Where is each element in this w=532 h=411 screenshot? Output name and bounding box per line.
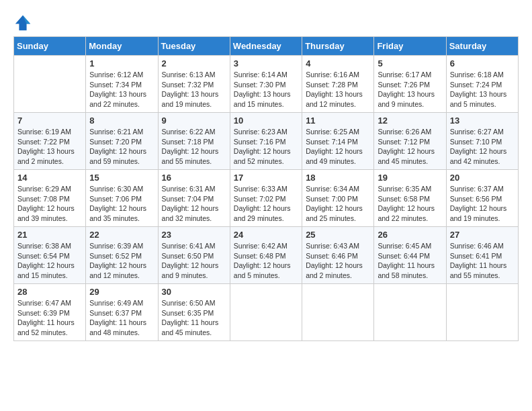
calendar-cell (14, 56, 86, 113)
day-info: Sunrise: 6:27 AMSunset: 7:10 PMDaylight:… (450, 127, 515, 167)
calendar-cell (230, 284, 302, 341)
day-number: 11 (306, 116, 370, 126)
day-number: 22 (89, 230, 154, 240)
calendar-cell (374, 284, 446, 341)
day-number: 8 (89, 116, 154, 126)
calendar-cell: 8Sunrise: 6:21 AMSunset: 7:20 PMDaylight… (86, 113, 158, 170)
day-number: 10 (234, 116, 298, 126)
day-info: Sunrise: 6:42 AMSunset: 6:48 PMDaylight:… (234, 241, 298, 281)
day-number: 15 (89, 173, 154, 183)
calendar-cell: 5Sunrise: 6:17 AMSunset: 7:26 PMDaylight… (374, 56, 446, 113)
day-info: Sunrise: 6:19 AMSunset: 7:22 PMDaylight:… (17, 127, 82, 167)
calendar-cell: 11Sunrise: 6:25 AMSunset: 7:14 PMDayligh… (302, 113, 374, 170)
calendar-cell: 4Sunrise: 6:16 AMSunset: 7:28 PMDaylight… (302, 56, 374, 113)
calendar-cell: 27Sunrise: 6:46 AMSunset: 6:41 PMDayligh… (446, 227, 518, 284)
day-number: 26 (378, 230, 442, 240)
header-friday: Friday (374, 37, 446, 56)
calendar-cell: 30Sunrise: 6:50 AMSunset: 6:35 PMDayligh… (158, 284, 230, 341)
header-sunday: Sunday (14, 37, 86, 56)
calendar-header: SundayMondayTuesdayWednesdayThursdayFrid… (14, 37, 519, 56)
week-row-4: 28Sunrise: 6:47 AMSunset: 6:39 PMDayligh… (14, 284, 519, 341)
calendar-cell: 10Sunrise: 6:23 AMSunset: 7:16 PMDayligh… (230, 113, 302, 170)
day-number: 28 (17, 287, 82, 297)
calendar-cell (302, 284, 374, 341)
calendar-cell: 7Sunrise: 6:19 AMSunset: 7:22 PMDaylight… (14, 113, 86, 170)
day-info: Sunrise: 6:26 AMSunset: 7:12 PMDaylight:… (378, 127, 442, 167)
day-number: 6 (450, 58, 515, 68)
day-number: 21 (17, 230, 82, 240)
day-info: Sunrise: 6:25 AMSunset: 7:14 PMDaylight:… (306, 127, 370, 167)
calendar-table: SundayMondayTuesdayWednesdayThursdayFrid… (13, 36, 519, 341)
day-number: 12 (378, 116, 442, 126)
day-info: Sunrise: 6:12 AMSunset: 7:34 PMDaylight:… (89, 70, 154, 109)
day-info: Sunrise: 6:45 AMSunset: 6:44 PMDaylight:… (378, 241, 442, 281)
calendar-cell: 16Sunrise: 6:31 AMSunset: 7:04 PMDayligh… (158, 170, 230, 227)
day-number: 2 (162, 58, 226, 68)
header-monday: Monday (86, 37, 158, 56)
day-info: Sunrise: 6:16 AMSunset: 7:28 PMDaylight:… (306, 70, 370, 109)
day-number: 18 (306, 173, 370, 183)
calendar-cell: 3Sunrise: 6:14 AMSunset: 7:30 PMDaylight… (230, 56, 302, 113)
day-info: Sunrise: 6:39 AMSunset: 6:52 PMDaylight:… (89, 241, 154, 281)
calendar-cell: 1Sunrise: 6:12 AMSunset: 7:34 PMDaylight… (86, 56, 158, 113)
day-number: 16 (162, 173, 226, 183)
day-info: Sunrise: 6:21 AMSunset: 7:20 PMDaylight:… (89, 127, 154, 167)
header-row: SundayMondayTuesdayWednesdayThursdayFrid… (14, 37, 519, 56)
day-info: Sunrise: 6:47 AMSunset: 6:39 PMDaylight:… (17, 298, 82, 338)
day-number: 20 (450, 173, 515, 183)
day-number: 27 (450, 230, 515, 240)
calendar-cell: 14Sunrise: 6:29 AMSunset: 7:08 PMDayligh… (14, 170, 86, 227)
day-info: Sunrise: 6:23 AMSunset: 7:16 PMDaylight:… (234, 127, 298, 167)
calendar-cell: 28Sunrise: 6:47 AMSunset: 6:39 PMDayligh… (14, 284, 86, 341)
day-number: 9 (162, 116, 226, 126)
day-number: 7 (17, 116, 82, 126)
day-number: 4 (306, 58, 370, 68)
day-number: 14 (17, 173, 82, 183)
calendar-cell: 15Sunrise: 6:30 AMSunset: 7:06 PMDayligh… (86, 170, 158, 227)
day-number: 1 (89, 58, 154, 68)
day-info: Sunrise: 6:13 AMSunset: 7:32 PMDaylight:… (162, 70, 226, 109)
calendar-cell: 21Sunrise: 6:38 AMSunset: 6:54 PMDayligh… (14, 227, 86, 284)
calendar-cell: 26Sunrise: 6:45 AMSunset: 6:44 PMDayligh… (374, 227, 446, 284)
day-info: Sunrise: 6:14 AMSunset: 7:30 PMDaylight:… (234, 70, 298, 109)
day-info: Sunrise: 6:31 AMSunset: 7:04 PMDaylight:… (162, 184, 226, 224)
calendar-body: 1Sunrise: 6:12 AMSunset: 7:34 PMDaylight… (14, 56, 519, 341)
day-info: Sunrise: 6:30 AMSunset: 7:06 PMDaylight:… (89, 184, 154, 224)
logo-icon (13, 13, 32, 32)
header-wednesday: Wednesday (230, 37, 302, 56)
calendar-cell: 2Sunrise: 6:13 AMSunset: 7:32 PMDaylight… (158, 56, 230, 113)
header-thursday: Thursday (302, 37, 374, 56)
day-number: 24 (234, 230, 298, 240)
day-info: Sunrise: 6:46 AMSunset: 6:41 PMDaylight:… (450, 241, 515, 281)
day-number: 13 (450, 116, 515, 126)
day-number: 30 (162, 287, 226, 297)
week-row-1: 7Sunrise: 6:19 AMSunset: 7:22 PMDaylight… (14, 113, 519, 170)
day-number: 23 (162, 230, 226, 240)
day-info: Sunrise: 6:35 AMSunset: 6:58 PMDaylight:… (378, 184, 442, 224)
calendar-cell: 9Sunrise: 6:22 AMSunset: 7:18 PMDaylight… (158, 113, 230, 170)
week-row-2: 14Sunrise: 6:29 AMSunset: 7:08 PMDayligh… (14, 170, 519, 227)
day-info: Sunrise: 6:17 AMSunset: 7:26 PMDaylight:… (378, 70, 442, 109)
day-number: 5 (378, 58, 442, 68)
logo (13, 13, 35, 32)
calendar-cell (446, 284, 518, 341)
page-header (13, 13, 519, 32)
calendar-cell: 25Sunrise: 6:43 AMSunset: 6:46 PMDayligh… (302, 227, 374, 284)
day-number: 29 (89, 287, 154, 297)
day-info: Sunrise: 6:38 AMSunset: 6:54 PMDaylight:… (17, 241, 82, 281)
day-info: Sunrise: 6:33 AMSunset: 7:02 PMDaylight:… (234, 184, 298, 224)
calendar-cell: 23Sunrise: 6:41 AMSunset: 6:50 PMDayligh… (158, 227, 230, 284)
calendar-cell: 22Sunrise: 6:39 AMSunset: 6:52 PMDayligh… (86, 227, 158, 284)
day-info: Sunrise: 6:22 AMSunset: 7:18 PMDaylight:… (162, 127, 226, 167)
calendar-cell: 6Sunrise: 6:18 AMSunset: 7:24 PMDaylight… (446, 56, 518, 113)
day-info: Sunrise: 6:34 AMSunset: 7:00 PMDaylight:… (306, 184, 370, 224)
week-row-0: 1Sunrise: 6:12 AMSunset: 7:34 PMDaylight… (14, 56, 519, 113)
calendar-cell: 19Sunrise: 6:35 AMSunset: 6:58 PMDayligh… (374, 170, 446, 227)
calendar-cell: 29Sunrise: 6:49 AMSunset: 6:37 PMDayligh… (86, 284, 158, 341)
day-info: Sunrise: 6:37 AMSunset: 6:56 PMDaylight:… (450, 184, 515, 224)
day-number: 19 (378, 173, 442, 183)
header-saturday: Saturday (446, 37, 518, 56)
day-info: Sunrise: 6:18 AMSunset: 7:24 PMDaylight:… (450, 70, 515, 109)
day-number: 17 (234, 173, 298, 183)
week-row-3: 21Sunrise: 6:38 AMSunset: 6:54 PMDayligh… (14, 227, 519, 284)
